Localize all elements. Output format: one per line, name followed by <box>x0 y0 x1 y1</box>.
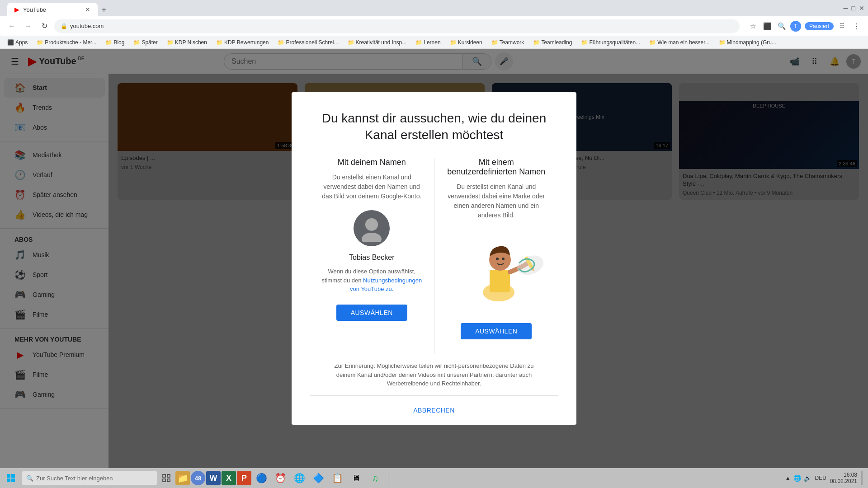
taskbar-edge-btn[interactable]: 🔷 <box>309 469 327 487</box>
svg-rect-10 <box>7 474 10 478</box>
show-desktop-btn[interactable] <box>861 471 863 485</box>
bookmark-spaeter[interactable]: 📁 Später <box>130 38 161 47</box>
maximize-btn[interactable]: □ <box>852 5 855 12</box>
svg-rect-15 <box>167 474 170 477</box>
bookmark-folder-icon: 📁 <box>491 39 498 46</box>
language-indicator: DEU <box>815 475 826 481</box>
tab-close-btn[interactable]: ✕ <box>85 6 90 13</box>
svg-rect-3 <box>490 270 510 292</box>
windows-logo-icon <box>7 474 15 482</box>
clock-date: 08.02.2021 <box>830 478 857 484</box>
bookmark-folder-icon: 📁 <box>105 39 112 46</box>
menu-btn[interactable]: ⋮ <box>850 20 863 33</box>
task-view-icon <box>162 474 170 482</box>
bookmark-folder-icon: 📁 <box>719 39 726 46</box>
taskbar-word-btn[interactable]: W <box>206 471 221 485</box>
user-avatar <box>354 210 390 246</box>
bookmark-label: Führungsqualitäten... <box>589 39 640 46</box>
bookmark-apps[interactable]: ⬛ Apps <box>4 38 31 47</box>
bookmark-folder-icon: 📁 <box>581 39 588 46</box>
bookmark-label: Blog <box>113 39 124 46</box>
bookmark-label: Kreativität und Insp... <box>356 39 407 46</box>
modal-options: Mit deinem Namen Du erstellst einen Kana… <box>310 158 558 354</box>
modal-option-custom-name: Mit einem benutzerdefinierten Namen Du e… <box>434 158 559 354</box>
bookmark-label: Teamwork <box>500 39 524 46</box>
volume-icon[interactable]: 🔊 <box>804 474 811 482</box>
youtube-app: ☰ ▶ YouTube DE 🔍 🎤 📹 ⠿ 🔔 T 🏠 Start 🔥 <box>0 49 868 468</box>
network-icon[interactable]: 🌐 <box>793 474 801 482</box>
option1-select-btn[interactable]: AUSWÄHLEN <box>336 305 407 321</box>
bookmark-folder-icon: 📁 <box>133 39 140 46</box>
bookmarks-bar: ⬛ Apps 📁 Produktsuche - Mer... 📁 Blog 📁 … <box>0 36 868 49</box>
taskbar-search-bar[interactable]: 🔍 Zur Suche Text hier eingeben <box>22 471 157 485</box>
modal-cancel-btn[interactable]: ABBRECHEN <box>402 403 466 418</box>
back-btn[interactable]: ← <box>5 20 18 33</box>
bookmark-teamwork[interactable]: 📁 Teamwork <box>488 38 528 47</box>
bookmark-kdp-nischen[interactable]: 📁 KDP Nischen <box>163 38 211 47</box>
bookmark-label: Apps <box>15 39 28 46</box>
bookmark-mindmapping[interactable]: 📁 Mindmapping (Gru... <box>715 38 780 47</box>
tab-title: YouTube <box>23 6 46 13</box>
reload-btn[interactable]: ↻ <box>38 20 51 33</box>
taskbar-app7-btn[interactable]: 📋 <box>328 469 346 487</box>
paused-btn[interactable]: Pausiert <box>805 22 834 30</box>
profile-icon[interactable]: T <box>790 21 801 32</box>
bookmark-folder-icon: 📁 <box>278 39 284 46</box>
taskbar: 🔍 Zur Suche Text hier eingeben 📁 48 W X … <box>0 468 868 488</box>
taskbar-powerpoint-btn[interactable]: P <box>237 471 251 485</box>
taskbar-app5-btn[interactable]: 🔵 <box>252 469 270 487</box>
bookmark-teamleading[interactable]: 📁 Teamleading <box>529 38 576 47</box>
taskbar-app6-btn[interactable]: ⏰ <box>271 469 289 487</box>
forward-btn[interactable]: → <box>22 20 34 33</box>
bookmark-lernen[interactable]: 📁 Lernen <box>412 38 444 47</box>
taskbar-search-placeholder: Zur Suche Text hier eingeben <box>36 475 113 482</box>
bookmark-prof-schrei[interactable]: 📁 Professionell Schrei... <box>274 38 342 47</box>
taskbar-folder-btn[interactable]: 📁 <box>175 471 190 485</box>
bookmark-kreativitaet[interactable]: 📁 Kreativität und Insp... <box>344 38 410 47</box>
bookmark-folder-icon: 📁 <box>167 39 174 46</box>
taskbar-excel-btn[interactable]: X <box>222 471 236 485</box>
cast-btn[interactable]: ⬛ <box>761 20 774 33</box>
minimize-btn[interactable]: ─ <box>844 5 848 12</box>
bookmark-folder-icon: 📁 <box>649 39 656 46</box>
bookmark-kursideen[interactable]: 📁 Kursideen <box>446 38 486 47</box>
modal-cancel-section: ABBRECHEN <box>310 395 558 425</box>
bookmark-blog[interactable]: 📁 Blog <box>102 38 128 47</box>
extensions-btn[interactable]: ⠿ <box>835 20 848 33</box>
create-channel-modal: Du kannst dir aussuchen, wie du deinen K… <box>292 92 576 424</box>
active-tab[interactable]: ▶ YouTube ✕ <box>7 3 98 16</box>
title-bar: ▶ YouTube ✕ + ─ □ ✕ <box>0 0 868 16</box>
option1-username: Tobias Becker <box>319 253 425 262</box>
bookmark-kdp-bew[interactable]: 📁 KDP Bewertungen <box>212 38 273 47</box>
bookmark-fuehrung[interactable]: 📁 Führungsqualitäten... <box>577 38 644 47</box>
bookmark-star-btn[interactable]: ☆ <box>747 20 760 33</box>
taskbar-chrome-btn[interactable]: 🌐 <box>290 469 308 487</box>
tray-arrow-icon[interactable]: ▲ <box>785 475 791 481</box>
clock-time: 16:08 <box>830 472 857 478</box>
option2-select-btn[interactable]: AUSWÄHLEN <box>461 323 532 339</box>
bookmark-produktsuche[interactable]: 📁 Produktsuche - Mer... <box>33 38 100 47</box>
taskbar-badge-btn[interactable]: 48 <box>191 471 205 485</box>
zoom-btn[interactable]: 🔍 <box>776 20 788 33</box>
bookmark-label: Professionell Schrei... <box>286 39 338 46</box>
address-bar[interactable]: 🔒 youtube.com <box>54 19 740 33</box>
taskbar-app8-btn[interactable]: 🖥 <box>347 469 365 487</box>
bookmark-label: KDP Nischen <box>175 39 207 46</box>
bookmark-label: Später <box>142 39 157 46</box>
svg-rect-13 <box>11 479 15 482</box>
taskbar-clock[interactable]: 16:08 08.02.2021 <box>830 472 857 484</box>
task-view-btn[interactable] <box>157 469 175 487</box>
bookmark-label: Wie man ein besser... <box>657 39 709 46</box>
new-tab-btn[interactable]: + <box>98 4 110 16</box>
option1-desc: Du erstellst einen Kanal und verwendest … <box>319 173 425 201</box>
svg-point-0 <box>365 218 378 231</box>
svg-point-6 <box>502 258 505 260</box>
taskbar-spotify-btn[interactable]: ♫ <box>366 469 384 487</box>
close-btn[interactable]: ✕ <box>859 5 864 12</box>
modal-option-own-name: Mit deinem Namen Du erstellst einen Kana… <box>310 158 434 354</box>
option2-title: Mit einem benutzerdefinierten Namen <box>443 158 550 177</box>
bookmark-wie-man[interactable]: 📁 Wie man ein besser... <box>646 38 713 47</box>
bookmark-label: Teamleading <box>541 39 572 46</box>
windows-start-btn[interactable] <box>2 469 20 487</box>
system-tray-icons: ▲ 🌐 🔊 <box>785 474 811 482</box>
